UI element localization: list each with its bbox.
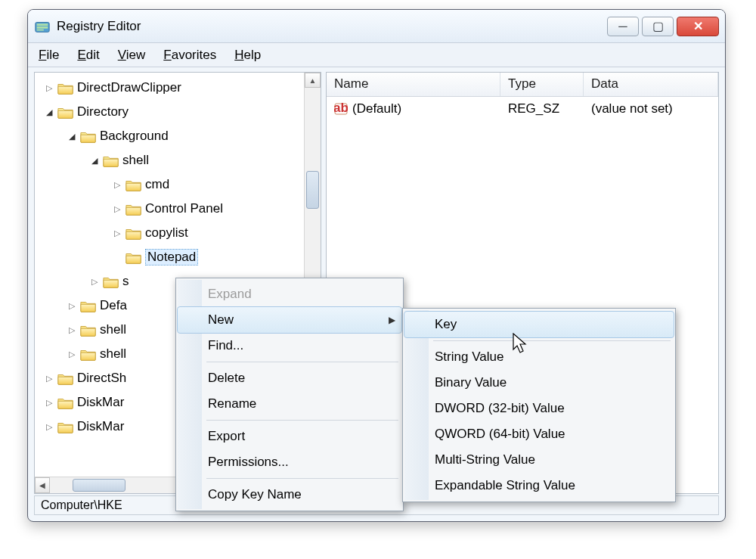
tree-node[interactable]: Directory — [38, 100, 321, 124]
expander-icon[interactable] — [44, 397, 54, 408]
tree-node[interactable]: cmd — [38, 172, 321, 197]
folder-icon — [103, 275, 118, 287]
folder-icon — [57, 82, 73, 94]
folder-icon — [80, 130, 95, 142]
menu-item[interactable]: QWORD (64-bit) Value — [404, 421, 674, 447]
context-menu[interactable]: ExpandNew▶Find...DeleteRenameExportPermi… — [175, 278, 404, 511]
menu-item[interactable]: Rename — [178, 391, 401, 417]
expander-icon[interactable] — [112, 179, 122, 190]
menu-separator — [206, 362, 398, 362]
menu-item[interactable]: New▶ — [178, 307, 401, 333]
menu-item[interactable]: Multi-String Value — [404, 447, 674, 473]
menu-item-label: Copy Key Name — [208, 487, 302, 502]
expander-icon[interactable] — [112, 228, 122, 238]
expander-icon[interactable] — [67, 131, 77, 141]
close-button[interactable]: ✕ — [677, 17, 719, 36]
folder-icon — [80, 324, 95, 336]
scroll-up-arrow[interactable]: ▲ — [305, 73, 321, 88]
menu-item-label: QWORD (64-bit) Value — [435, 427, 565, 442]
folder-icon — [57, 421, 73, 433]
tree-node-label: Background — [100, 129, 169, 144]
menu-item[interactable]: Export — [178, 424, 401, 449]
scroll-left-arrow[interactable]: ◀ — [35, 477, 50, 493]
tree-node-label: shell — [100, 346, 126, 362]
menu-favorites[interactable]: Favorites — [157, 46, 222, 64]
col-type[interactable]: Type — [500, 73, 584, 96]
expander-icon[interactable] — [89, 155, 100, 166]
expander-icon[interactable] — [67, 300, 77, 311]
col-name[interactable]: Name — [327, 73, 500, 96]
menu-item[interactable]: Binary Value — [404, 370, 674, 396]
menu-item[interactable]: Find... — [178, 333, 401, 359]
tree-node-label: s — [122, 274, 129, 289]
menu-item-label: String Value — [435, 349, 503, 365]
menu-item[interactable]: Key — [404, 312, 674, 337]
hscroll-thumb[interactable] — [73, 479, 125, 492]
details-row[interactable]: ab(Default)REG_SZ(value not set) — [327, 97, 718, 121]
menu-item-label: Expand — [208, 287, 252, 302]
folder-icon — [57, 106, 73, 118]
tree-node[interactable]: copylist — [38, 221, 321, 245]
menu-item[interactable]: Delete — [178, 365, 401, 391]
menu-item-label: Rename — [208, 396, 256, 411]
menu-item-label: Export — [208, 429, 245, 444]
window-title: Registry Editor — [57, 19, 607, 34]
menu-edit[interactable]: Edit — [71, 46, 105, 64]
expander-icon[interactable] — [44, 421, 54, 432]
svg-rect-1 — [37, 23, 48, 26]
menu-item-label: Binary Value — [435, 375, 507, 390]
expander-icon[interactable] — [112, 252, 122, 262]
minimize-button[interactable]: ─ — [607, 17, 639, 36]
menu-item[interactable]: Copy Key Name — [178, 482, 401, 508]
menu-bar: File Edit View Favorites Help — [28, 43, 725, 67]
expander-icon[interactable] — [67, 349, 77, 359]
folder-icon — [125, 227, 141, 239]
tree-node-label: cmd — [145, 177, 169, 192]
tree-node[interactable]: Background — [38, 124, 321, 148]
expander-icon[interactable] — [44, 373, 54, 384]
menu-separator — [433, 340, 671, 341]
details-header: Name Type Data — [327, 73, 718, 97]
menu-item-label: DWORD (32-bit) Value — [435, 401, 565, 416]
tree-node[interactable]: shell — [38, 148, 321, 172]
folder-icon — [125, 251, 141, 263]
expander-icon[interactable] — [89, 276, 100, 287]
menu-item[interactable]: String Value — [404, 344, 674, 370]
menu-separator — [206, 478, 398, 479]
tree-node[interactable]: Notepad — [38, 245, 321, 269]
menu-item-label: Expandable String Value — [435, 478, 575, 493]
col-data[interactable]: Data — [584, 73, 718, 96]
maximize-button[interactable]: ▢ — [642, 17, 674, 36]
expander-icon[interactable] — [44, 82, 54, 93]
expander-icon[interactable] — [112, 203, 122, 214]
folder-icon — [103, 154, 118, 166]
cell-data: (value not set) — [584, 98, 680, 120]
tree-node-label: Control Panel — [145, 201, 223, 216]
tree-node-label: DirectSh — [77, 371, 126, 386]
tree-node-label: Defa — [100, 298, 127, 313]
scroll-thumb[interactable] — [306, 171, 319, 209]
tree-node-label: shell — [122, 153, 149, 168]
menu-help[interactable]: Help — [228, 46, 267, 64]
tree-node[interactable]: DirectDrawClipper — [38, 76, 321, 100]
tree-node-label: DiskMar — [77, 419, 124, 434]
expander-icon[interactable] — [44, 107, 54, 117]
folder-icon — [125, 179, 141, 191]
tree-node-label: DiskMar — [77, 395, 124, 410]
svg-rect-2 — [37, 26, 48, 29]
menu-file[interactable]: File — [33, 46, 65, 64]
svg-rect-3 — [37, 29, 44, 30]
tree-node[interactable]: Control Panel — [38, 197, 321, 221]
string-value-icon: ab — [334, 102, 348, 116]
mouse-cursor — [513, 333, 529, 358]
menu-item[interactable]: DWORD (32-bit) Value — [404, 396, 674, 421]
menu-view[interactable]: View — [112, 46, 152, 64]
folder-icon — [57, 372, 73, 384]
menu-item[interactable]: Permissions... — [178, 449, 401, 475]
context-submenu-new[interactable]: KeyString ValueBinary ValueDWORD (32-bit… — [402, 308, 676, 502]
menu-item[interactable]: Expandable String Value — [404, 473, 674, 498]
tree-node-label: Directory — [77, 104, 129, 120]
expander-icon[interactable] — [67, 325, 77, 335]
svg-text:ab: ab — [334, 102, 348, 115]
tree-node-label: copylist — [145, 225, 188, 241]
